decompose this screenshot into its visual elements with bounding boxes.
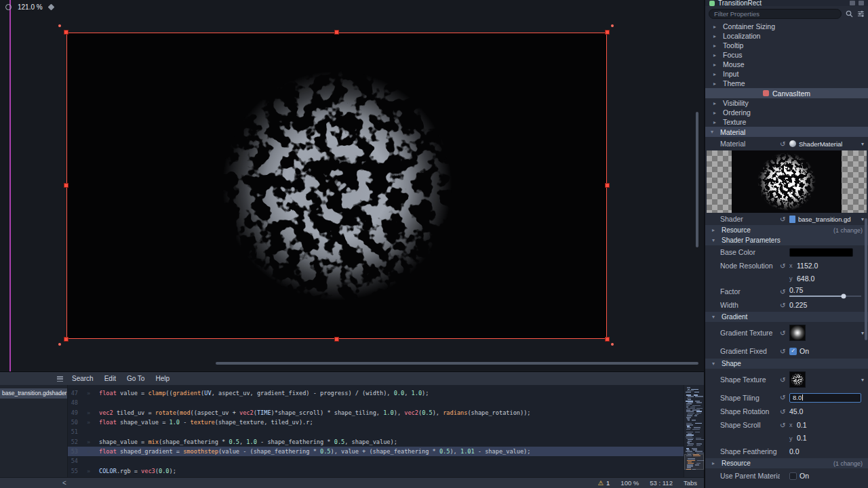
revert-icon[interactable]: ↺	[780, 422, 789, 429]
chevron-down-icon[interactable]: ▾	[861, 216, 864, 222]
rotate-handle-bottom-right[interactable]	[611, 343, 614, 346]
shape-feathering-field[interactable]: 0.0	[789, 448, 864, 455]
code-line-54[interactable]: 54	[68, 456, 684, 466]
material-value[interactable]: ShaderMaterial ▾	[789, 140, 864, 148]
code-line-51[interactable]: 51	[68, 427, 684, 436]
base-color-swatch[interactable]	[789, 248, 853, 257]
code-minimap[interactable]	[684, 385, 704, 477]
gradient-fixed-checkbox[interactable]: ✓	[789, 348, 797, 355]
factor-slider[interactable]	[789, 296, 861, 297]
gradient-texture-thumbnail[interactable]	[789, 325, 806, 341]
code-line-47[interactable]: 47»float value = clamp((gradient(UV, asp…	[68, 388, 684, 398]
revert-icon[interactable]: ↺	[780, 262, 789, 270]
section-theme[interactable]: ▸Theme	[705, 79, 868, 88]
code-line-48[interactable]: 48	[68, 398, 684, 407]
revert-icon[interactable]: ↺	[780, 329, 789, 337]
history-icon[interactable]	[850, 1, 855, 5]
rotate-handle-top-right[interactable]	[611, 24, 614, 27]
inspector-menu-icon[interactable]	[859, 1, 864, 5]
menu-help[interactable]: Help	[150, 375, 175, 382]
section-shape[interactable]: ▾ Shape	[705, 359, 868, 369]
section-visibility[interactable]: ▸Visibility	[705, 98, 868, 108]
code-line-55[interactable]: 55»COLOR.rgb = vec3(0.0);	[68, 466, 684, 475]
shader-file-tab[interactable]: base_transition.gdshader	[0, 388, 67, 399]
rotate-handle-bottom-left[interactable]	[58, 343, 61, 346]
scale-handle-top-middle[interactable]	[334, 30, 339, 35]
filter-properties-input[interactable]: Filter Properties	[709, 9, 842, 19]
chevron-down-icon[interactable]: ▾	[861, 377, 864, 383]
search-icon[interactable]	[846, 10, 853, 18]
section-gradient[interactable]: ▾ Gradient	[705, 312, 868, 322]
collapse-files-button[interactable]: <	[62, 479, 66, 487]
shape-rotation-field[interactable]: 45.0	[789, 408, 864, 415]
scene-canvas[interactable]	[66, 33, 607, 339]
revert-icon[interactable]: ↺	[780, 394, 789, 401]
slider-grabber[interactable]	[841, 293, 846, 298]
section-texture[interactable]: ▸Texture	[705, 117, 868, 127]
viewport-vscrollbar[interactable]	[696, 112, 698, 247]
scale-handle-middle-left[interactable]	[64, 183, 68, 188]
node-resolution-y-field[interactable]: y 648.0	[789, 275, 864, 283]
code-line-52[interactable]: 52»shape_value = mix(shape_feathering * …	[68, 436, 684, 446]
code-line-53[interactable]: 53»float shaped_gradient = smoothstep(va…	[68, 447, 684, 456]
fold-arrow-icon: ▸	[712, 227, 717, 233]
section-resource[interactable]: ▸ Resource (1 change)	[705, 225, 868, 235]
revert-icon[interactable]: ↺	[780, 408, 789, 415]
shape-scroll-x-field[interactable]: x 0.1	[789, 422, 864, 429]
chevron-down-icon[interactable]: ▾	[861, 141, 864, 147]
section-tooltip[interactable]: ▸Tooltip	[705, 41, 868, 50]
code-editor[interactable]: 47»float value = clamp((gradient(UV, asp…	[68, 385, 684, 477]
section-mouse[interactable]: ▸Mouse	[705, 60, 868, 69]
section-container-sizing[interactable]: ▸Container Sizing	[705, 22, 868, 31]
scale-handle-bottom-middle[interactable]	[334, 337, 339, 342]
property-filter-icon[interactable]	[857, 10, 865, 18]
rotate-handle-top-left[interactable]	[58, 24, 61, 27]
material-preview[interactable]	[707, 150, 867, 213]
use-parent-material-checkbox[interactable]	[789, 472, 797, 480]
file-list-icon[interactable]	[57, 376, 63, 382]
section-input[interactable]: ▸Input	[705, 69, 868, 79]
shape-scroll-y-field[interactable]: y 0.1	[789, 434, 864, 442]
inspector-scrollbar[interactable]	[865, 218, 867, 340]
section-ordering[interactable]: ▸Ordering	[705, 108, 868, 117]
2d-viewport[interactable]: 121.0 %	[0, 0, 704, 371]
revert-icon[interactable]: ↺	[780, 348, 789, 355]
zoom-level-button[interactable]: 121.0 %	[18, 3, 43, 11]
view-menu-icon[interactable]	[5, 4, 12, 10]
code-line-49[interactable]: 49»vec2 tiled_uv = rotate(mod((aspect_uv…	[68, 408, 684, 418]
viewport-hscrollbar[interactable]	[216, 362, 698, 365]
section-localization[interactable]: ▸Localization	[705, 31, 868, 41]
menu-go-to[interactable]: Go To	[121, 375, 151, 382]
menu-search[interactable]: Search	[66, 375, 99, 382]
code-line-50[interactable]: 50»float shape_value = 1.0 - texture(sha…	[68, 418, 684, 427]
scale-handle-top-right[interactable]	[605, 30, 610, 35]
warnings-indicator[interactable]: ⚠ 1	[598, 479, 610, 487]
factor-field[interactable]: 0.75	[789, 287, 864, 297]
width-field[interactable]: 0.225	[789, 302, 864, 309]
revert-icon[interactable]: ↺	[780, 376, 789, 384]
menu-edit[interactable]: Edit	[99, 375, 121, 382]
minimap-viewport-box[interactable]	[684, 454, 704, 470]
shader-value[interactable]: base_transition.gd ▾	[789, 216, 864, 223]
revert-icon[interactable]: ↺	[780, 302, 789, 309]
section-resource-2[interactable]: ▸ Resource (1 change)	[705, 458, 868, 468]
scale-handle-bottom-left[interactable]	[64, 337, 68, 342]
section-focus[interactable]: ▸Focus	[705, 50, 868, 60]
editor-zoom[interactable]: 100 %	[620, 479, 639, 487]
caret-position[interactable]: 53 : 112	[650, 479, 673, 487]
ruler-guide[interactable]	[9, 0, 11, 371]
shape-texture-thumbnail[interactable]	[789, 371, 806, 388]
scale-handle-middle-right[interactable]	[605, 183, 610, 188]
scale-handle-top-left[interactable]	[64, 30, 68, 35]
shape-tiling-input[interactable]: 8.0	[789, 393, 861, 403]
scale-handle-bottom-right[interactable]	[605, 337, 610, 342]
section-material[interactable]: ▾ Material	[705, 127, 868, 137]
revert-icon[interactable]: ↺	[780, 140, 789, 148]
revert-icon[interactable]: ↺	[780, 216, 789, 223]
indent-mode[interactable]: Tabs	[684, 479, 697, 487]
revert-icon[interactable]: ↺	[780, 288, 789, 296]
snap-icon[interactable]	[47, 4, 54, 11]
chevron-down-icon[interactable]: ▾	[861, 330, 864, 336]
section-shader-parameters[interactable]: ▾ Shader Parameters	[705, 235, 868, 245]
node-resolution-x-field[interactable]: x 1152.0	[789, 262, 864, 270]
